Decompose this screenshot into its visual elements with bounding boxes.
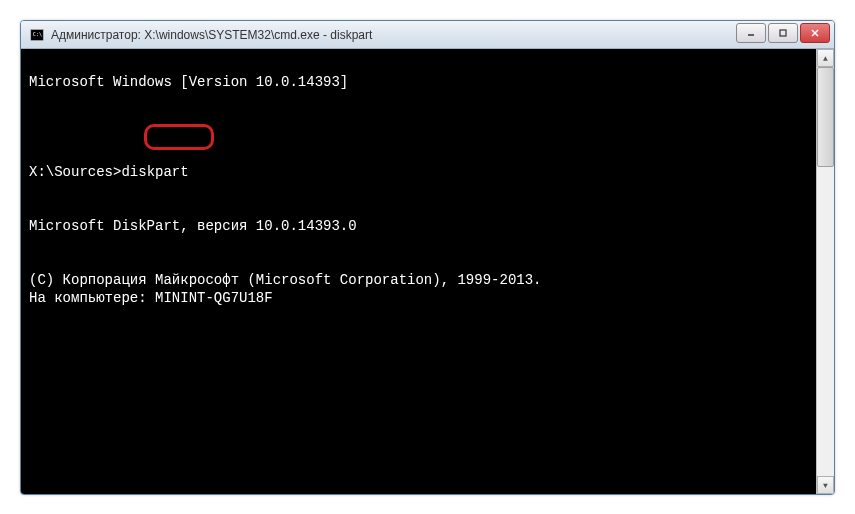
blank-line (29, 235, 808, 253)
svg-rect-3 (780, 30, 786, 36)
output-line: (C) Корпорация Майкрософт (Microsoft Cor… (29, 272, 541, 288)
output-line: Microsoft DiskPart, версия 10.0.14393.0 (29, 218, 357, 234)
maximize-button[interactable] (768, 23, 798, 43)
terminal-area: Microsoft Windows [Version 10.0.14393] X… (21, 49, 834, 494)
blank-line (29, 181, 808, 199)
svg-text:C:\: C:\ (33, 30, 42, 36)
blank-line (29, 127, 808, 145)
cmd-icon: C:\ (29, 27, 45, 43)
scroll-thumb[interactable] (817, 67, 834, 167)
scroll-up-button[interactable]: ▲ (817, 49, 834, 67)
scroll-down-button[interactable]: ▼ (817, 476, 834, 494)
output-line: Microsoft Windows [Version 10.0.14393] (29, 74, 348, 90)
blank-line (29, 91, 808, 109)
prompt-text: X:\Sources> (29, 164, 121, 180)
minimize-button[interactable] (736, 23, 766, 43)
window-controls (736, 23, 830, 43)
vertical-scrollbar[interactable]: ▲ ▼ (816, 49, 834, 494)
command-text: diskpart (121, 164, 188, 180)
cmd-window: C:\ Администратор: X:\windows\SYSTEM32\c… (20, 20, 835, 495)
window-title: Администратор: X:\windows\SYSTEM32\cmd.e… (51, 28, 372, 42)
output-line: На компьютере: MININT-QG7U18F (29, 290, 273, 306)
titlebar[interactable]: C:\ Администратор: X:\windows\SYSTEM32\c… (21, 21, 834, 49)
close-button[interactable] (800, 23, 830, 43)
terminal-output[interactable]: Microsoft Windows [Version 10.0.14393] X… (21, 49, 816, 494)
